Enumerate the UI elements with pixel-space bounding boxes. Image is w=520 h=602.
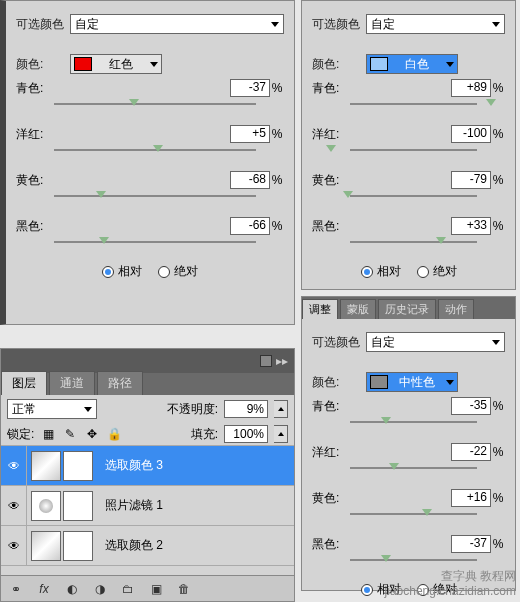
blend-mode-dropdown[interactable]: 正常	[7, 399, 97, 419]
color-swatch-icon	[370, 57, 388, 71]
lock-brush-icon[interactable]: ✎	[62, 426, 78, 442]
absolute-radio[interactable]: 绝对	[417, 581, 457, 598]
trash-icon[interactable]: 🗑	[175, 580, 193, 598]
link-icon[interactable]: ⚭	[7, 580, 25, 598]
tab-mask[interactable]: 蒙版	[340, 299, 376, 319]
color-swatch-icon	[74, 57, 92, 71]
layer-row[interactable]: 👁 选取颜色 3	[1, 446, 294, 486]
layer-row[interactable]: 👁 照片滤镜 1	[1, 486, 294, 526]
cyan-slider[interactable]	[312, 415, 505, 433]
chevron-down-icon	[150, 62, 158, 67]
black-label: 黑色:	[16, 218, 50, 235]
relative-radio[interactable]: 相对	[361, 581, 401, 598]
lock-transparent-icon[interactable]: ▦	[40, 426, 56, 442]
collapse-icon[interactable]	[260, 355, 272, 367]
yellow-input[interactable]: +16	[451, 489, 491, 507]
selectable-colors-label: 可选颜色	[312, 16, 360, 33]
chevron-right-icon[interactable]: ▸▸	[276, 354, 288, 368]
color-dropdown[interactable]: 红色	[70, 54, 162, 74]
magenta-slider[interactable]	[312, 461, 505, 479]
yellow-slider[interactable]	[312, 189, 505, 207]
color-name: 红色	[109, 56, 133, 73]
black-slider[interactable]	[312, 553, 505, 571]
mask-icon[interactable]: ◐	[63, 580, 81, 598]
folder-icon[interactable]: 🗀	[119, 580, 137, 598]
magenta-label: 洋红:	[16, 126, 50, 143]
tab-channels[interactable]: 通道	[49, 371, 95, 395]
tab-adjust[interactable]: 调整	[302, 299, 338, 319]
lock-move-icon[interactable]: ✥	[84, 426, 100, 442]
visibility-toggle[interactable]: 👁	[1, 526, 27, 565]
visibility-toggle[interactable]: 👁	[1, 486, 27, 525]
layers-panel: ▸▸ 图层 通道 路径 正常 不透明度: 9% 锁定: ▦ ✎ ✥ 🔒 填充: …	[0, 348, 295, 602]
photofilter-thumb-icon	[31, 491, 61, 521]
visibility-toggle[interactable]: 👁	[1, 446, 27, 485]
yellow-input[interactable]: -79	[451, 171, 491, 189]
preset-dropdown[interactable]: 自定	[366, 332, 505, 352]
chevron-down-icon	[271, 22, 279, 27]
selectable-colors-label: 可选颜色	[312, 334, 360, 351]
layers-tabs: 图层 通道 路径	[1, 373, 294, 395]
absolute-radio[interactable]: 绝对	[417, 263, 457, 280]
tab-paths[interactable]: 路径	[97, 371, 143, 395]
selective-color-panel-neutral: 调整 蒙版 历史记录 动作 可选颜色 自定 颜色: 中性色 青色:-35% 洋红…	[301, 296, 516, 591]
color-name: 中性色	[399, 374, 435, 391]
color-swatch-icon	[370, 375, 388, 389]
magenta-input[interactable]: -100	[451, 125, 491, 143]
lock-all-icon[interactable]: 🔒	[106, 426, 122, 442]
mask-thumb-icon	[63, 491, 93, 521]
black-input[interactable]: -37	[451, 535, 491, 553]
yellow-input[interactable]: -68	[230, 171, 270, 189]
layer-row[interactable]: 👁 选取颜色 2	[1, 526, 294, 566]
eye-icon: 👁	[8, 539, 20, 553]
color-label: 颜色:	[312, 56, 360, 73]
tab-layers[interactable]: 图层	[1, 371, 47, 395]
black-input[interactable]: -66	[230, 217, 270, 235]
chevron-down-icon	[446, 380, 454, 385]
magenta-slider[interactable]	[16, 143, 284, 161]
black-input[interactable]: +33	[451, 217, 491, 235]
yellow-slider[interactable]	[16, 189, 284, 207]
fill-label: 填充:	[191, 426, 218, 443]
cyan-input[interactable]: -35	[451, 397, 491, 415]
opacity-arrow-button[interactable]	[274, 400, 288, 418]
adjustment-icon[interactable]: ◑	[91, 580, 109, 598]
selective-color-panel-red: 可选颜色 自定 颜色: 红色 青色:-37% 洋红:+5% 黄色:-68% 黑色…	[0, 0, 295, 325]
layer-list: 👁 选取颜色 3 👁 照片滤镜 1 👁 选取颜色 2	[1, 446, 294, 575]
black-slider[interactable]	[16, 235, 284, 253]
fx-icon[interactable]: fx	[35, 580, 53, 598]
opacity-input[interactable]: 9%	[224, 400, 268, 418]
magenta-slider[interactable]	[312, 143, 505, 161]
fill-input[interactable]: 100%	[224, 425, 268, 443]
panel-top-strip: ▸▸	[1, 349, 294, 373]
opacity-label: 不透明度:	[167, 401, 218, 418]
absolute-radio[interactable]: 绝对	[158, 263, 198, 280]
relative-radio[interactable]: 相对	[361, 263, 401, 280]
tab-actions[interactable]: 动作	[438, 299, 474, 319]
yellow-slider[interactable]	[312, 507, 505, 525]
cyan-label: 青色:	[16, 80, 50, 97]
preset-dropdown[interactable]: 自定	[366, 14, 505, 34]
preset-dropdown[interactable]: 自定	[70, 14, 284, 34]
adjustments-tabs: 调整 蒙版 历史记录 动作	[302, 297, 515, 319]
color-name: 白色	[405, 56, 429, 73]
lock-label: 锁定:	[7, 426, 34, 443]
new-layer-icon[interactable]: ▣	[147, 580, 165, 598]
magenta-input[interactable]: +5	[230, 125, 270, 143]
cyan-input[interactable]: +89	[451, 79, 491, 97]
cyan-slider[interactable]	[312, 97, 505, 115]
fill-arrow-button[interactable]	[274, 425, 288, 443]
adjustment-thumb-icon	[31, 451, 61, 481]
color-dropdown[interactable]: 中性色	[366, 372, 458, 392]
black-slider[interactable]	[312, 235, 505, 253]
adjustment-thumb-icon	[31, 531, 61, 561]
cyan-slider[interactable]	[16, 97, 284, 115]
chevron-down-icon	[492, 22, 500, 27]
relative-radio[interactable]: 相对	[102, 263, 142, 280]
color-dropdown[interactable]: 白色	[366, 54, 458, 74]
yellow-label: 黄色:	[16, 172, 50, 189]
tab-history[interactable]: 历史记录	[378, 299, 436, 319]
magenta-input[interactable]: -22	[451, 443, 491, 461]
layer-name: 选取颜色 2	[105, 537, 163, 554]
cyan-input[interactable]: -37	[230, 79, 270, 97]
